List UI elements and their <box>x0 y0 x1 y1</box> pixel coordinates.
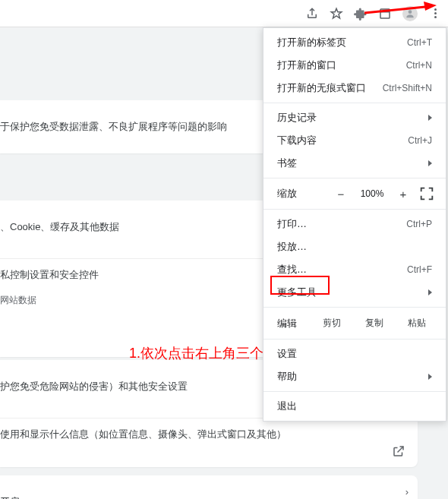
svg-rect-0 <box>380 9 390 18</box>
open-external-icon[interactable] <box>392 444 405 458</box>
menu-label: 退出 <box>277 400 297 413</box>
menu-print[interactable]: 打印… Ctrl+P <box>263 213 446 235</box>
menu-downloads[interactable]: 下载内容 Ctrl+J <box>263 129 446 152</box>
menu-separator <box>263 391 446 392</box>
menu-label: 更多工具 <box>277 286 317 299</box>
menu-separator <box>263 209 446 210</box>
menu-label: 打开新的无痕式窗口 <box>277 81 366 95</box>
menu-shortcut: Ctrl+T <box>407 37 432 48</box>
menu-edit-row: 编辑 剪切 复制 粘贴 <box>263 311 446 336</box>
menu-bookmarks[interactable]: 书签 <box>263 152 446 175</box>
chevron-right-icon: › <box>405 486 409 497</box>
menu-label: 书签 <box>277 156 297 170</box>
menu-more-tools[interactable]: 更多工具 <box>263 281 446 304</box>
extensions-icon[interactable] <box>354 7 368 21</box>
menu-find[interactable]: 查找… Ctrl+F <box>263 258 446 281</box>
menu-settings[interactable]: 设置 <box>263 343 446 365</box>
menu-label: 打开新的标签页 <box>277 36 346 49</box>
card-text: 开启 <box>0 486 418 499</box>
browser-main-menu: 打开新的标签页 Ctrl+T 打开新的窗口 Ctrl+N 打开新的无痕式窗口 C… <box>263 27 446 422</box>
card-text: 使用和显示什么信息（如位置信息、摄像头、弹出式窗口及其他） <box>0 418 418 450</box>
menu-exit[interactable]: 退出 <box>263 395 446 418</box>
submenu-arrow-icon <box>428 289 432 295</box>
menu-new-window[interactable]: 打开新的窗口 Ctrl+N <box>263 54 446 77</box>
menu-separator <box>263 307 446 308</box>
menu-shortcut: Ctrl+P <box>406 219 432 229</box>
menu-new-incognito[interactable]: 打开新的无痕式窗口 Ctrl+Shift+N <box>263 77 446 99</box>
menu-label: 查找… <box>277 263 307 276</box>
edit-cut[interactable]: 剪切 <box>311 314 353 333</box>
zoom-out-button[interactable]: − <box>332 185 350 203</box>
menu-cast[interactable]: 投放… <box>263 235 446 258</box>
menu-separator <box>263 178 446 178</box>
svg-point-1 <box>409 10 412 14</box>
menu-label: 编辑 <box>277 317 297 330</box>
star-icon[interactable] <box>330 7 343 21</box>
menu-shortcut: Ctrl+Shift+N <box>383 83 432 93</box>
menu-shortcut: Ctrl+J <box>408 135 432 146</box>
reading-list-icon[interactable] <box>378 7 392 21</box>
menu-label: 帮助 <box>277 370 297 384</box>
menu-separator <box>263 103 446 103</box>
zoom-in-button[interactable]: + <box>394 185 412 203</box>
menu-label: 打开新的窗口 <box>277 58 336 72</box>
menu-shortcut: Ctrl+N <box>406 60 432 71</box>
zoom-percent: 100% <box>355 188 390 199</box>
menu-label: 缩放 <box>277 187 297 201</box>
menu-history[interactable]: 历史记录 <box>263 106 446 129</box>
browser-toolbar <box>0 0 448 27</box>
menu-label: 历史记录 <box>277 111 317 125</box>
edit-paste[interactable]: 粘贴 <box>396 314 438 333</box>
submenu-arrow-icon <box>428 160 432 166</box>
submenu-arrow-icon <box>428 374 432 380</box>
profile-avatar[interactable] <box>402 6 418 21</box>
kebab-menu-icon[interactable] <box>428 7 442 21</box>
menu-label: 打印… <box>277 217 307 231</box>
share-icon[interactable] <box>305 7 319 21</box>
menu-new-tab[interactable]: 打开新的标签页 Ctrl+T <box>263 31 446 54</box>
edit-copy[interactable]: 复制 <box>353 314 396 333</box>
menu-shortcut: Ctrl+F <box>407 264 432 275</box>
menu-label: 投放… <box>277 240 307 254</box>
submenu-arrow-icon <box>428 115 432 121</box>
menu-label: 设置 <box>277 347 297 361</box>
menu-separator <box>263 339 446 340</box>
menu-help[interactable]: 帮助 <box>263 365 446 388</box>
fullscreen-icon[interactable] <box>418 185 435 202</box>
menu-label: 下载内容 <box>277 134 317 147</box>
menu-zoom-row: 缩放 − 100% + <box>263 182 446 206</box>
